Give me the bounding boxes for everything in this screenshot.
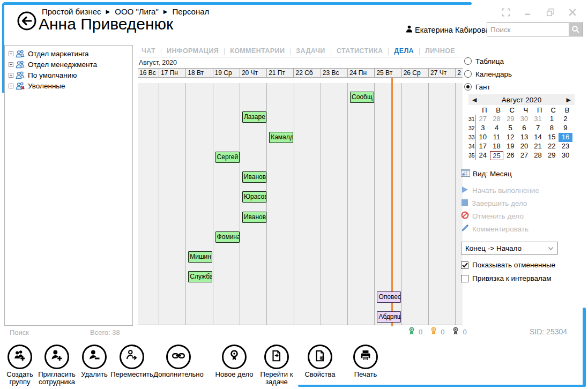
tab-статистика[interactable]: СТАТИСТИКА	[331, 47, 389, 55]
search-input[interactable]	[487, 23, 569, 36]
tree-expander-icon[interactable]	[9, 51, 13, 56]
calendar-next-icon[interactable]: ▶	[567, 96, 571, 103]
back-button[interactable]	[17, 11, 37, 31]
calendar-day[interactable]: 22	[545, 142, 559, 151]
gantt-column-header: 19 Ср	[213, 69, 240, 77]
search-button[interactable]	[569, 23, 583, 36]
view-mode-radio[interactable]: Таблица	[464, 55, 512, 68]
calendar-day[interactable]: 9	[559, 124, 572, 133]
calendar-day[interactable]: 3	[476, 124, 490, 133]
gantt-task[interactable]: Иванов	[242, 171, 266, 183]
gantt-grid-line	[347, 83, 348, 325]
fullscreen-button[interactable]	[500, 8, 512, 19]
calendar-day[interactable]: 11	[490, 133, 504, 142]
calendar-day[interactable]: 28	[531, 151, 545, 160]
calendar-day[interactable]: 19	[503, 142, 517, 151]
gantt-task[interactable]: Камалд	[269, 132, 293, 143]
task-action[interactable]: Завершить дело	[461, 197, 539, 210]
restore-button[interactable]	[544, 8, 557, 19]
sidebar-item[interactable]: По умолчанию	[5, 70, 132, 80]
print-button[interactable]: Печать	[336, 345, 395, 378]
sidebar-item[interactable]: Отдел менеджмента	[5, 59, 132, 70]
calendar-day[interactable]: 26	[503, 151, 517, 160]
current-user[interactable]: Екатерина Кабирова	[405, 25, 490, 35]
breadcrumb-item[interactable]: Персонал	[172, 7, 209, 16]
calendar-day[interactable]: 15	[545, 133, 559, 142]
view-mode-radio[interactable]: Гант	[464, 80, 512, 93]
tab-личное[interactable]: ЛИЧНОЕ	[420, 47, 460, 55]
tab-дела[interactable]: ДЕЛА	[389, 47, 419, 55]
tree-expander-icon[interactable]	[9, 84, 13, 88]
gantt-grid-line	[321, 83, 321, 325]
properties-icon	[313, 349, 327, 365]
calendar-day[interactable]: 29	[503, 115, 517, 124]
gantt-option-checkbox[interactable]: Привязка к интервалам	[461, 272, 555, 285]
calendar-day[interactable]: 2	[559, 115, 572, 124]
calendar-day[interactable]: 21	[531, 142, 545, 151]
sidebar-item-label: Отдел менеджмента	[28, 61, 97, 69]
calendar-day[interactable]: 16	[559, 133, 572, 142]
gantt-task[interactable]: Служба	[188, 271, 212, 282]
task-action[interactable]: Комментировать	[461, 222, 539, 235]
calendar-day[interactable]: 12	[503, 133, 517, 142]
tree-expander-icon[interactable]	[9, 62, 13, 67]
calendar-day[interactable]: 4	[490, 124, 504, 133]
tree-filter-input[interactable]: Поиск	[10, 328, 29, 336]
calendar-day[interactable]: 29	[545, 151, 559, 160]
gantt-task[interactable]: Сергей	[215, 152, 240, 163]
calendar-day[interactable]: 27	[476, 115, 490, 124]
calendar-day[interactable]: 30	[517, 115, 531, 124]
calendar-day[interactable]: 17	[476, 142, 490, 151]
calendar-day[interactable]: 20	[517, 142, 531, 151]
sidebar-item[interactable]: Отдел маркетинга	[5, 48, 132, 59]
tab-чат[interactable]: ЧАТ	[138, 47, 161, 55]
medal-icon	[429, 326, 438, 337]
view-mode-radio[interactable]: Календарь	[464, 68, 512, 80]
calendar-day[interactable]: 6	[517, 124, 531, 133]
calendar-day[interactable]: 31	[531, 115, 545, 124]
close-button[interactable]	[566, 8, 579, 19]
calendar-day[interactable]: 7	[531, 124, 545, 133]
gantt-task[interactable]: Оповес	[377, 291, 401, 303]
sidebar-item[interactable]: Уволенные	[5, 80, 132, 91]
calendar-day[interactable]: 14	[531, 133, 545, 142]
view-mode-row[interactable]: Вид: Месяц	[461, 169, 512, 178]
calendar-day[interactable]: 30	[559, 151, 572, 160]
calendar-day[interactable]: 24	[476, 151, 490, 160]
tab-информация[interactable]: ИНФОРМАЦИЯ	[161, 47, 224, 55]
radio-icon	[464, 57, 472, 65]
gantt-task[interactable]: Абдряш	[377, 311, 401, 323]
calendar-day[interactable]: 13	[517, 133, 531, 142]
search-box	[487, 23, 583, 36]
tab-комментарии[interactable]: КОММЕНТАРИИ	[225, 47, 290, 55]
calendar-day[interactable]: 27	[517, 151, 531, 160]
gantt-option-checkbox[interactable]: Показывать отмененные	[461, 258, 555, 272]
calendar-day[interactable]: 5	[503, 124, 517, 133]
calendar-prev-icon[interactable]: ◀	[472, 96, 477, 103]
restore-icon	[545, 7, 556, 20]
calendar-day[interactable]: 8	[545, 124, 559, 133]
tree-expander-icon[interactable]	[9, 73, 13, 78]
calendar-day[interactable]: 23	[559, 142, 572, 151]
calendar-day[interactable]: 1	[545, 115, 559, 124]
task-action[interactable]: Отменить дело	[461, 210, 539, 222]
task-action[interactable]: Начать выполнение	[461, 184, 539, 197]
window-frame-right	[583, 308, 586, 387]
gantt-task[interactable]: Лазаре	[242, 111, 266, 123]
link-icon	[171, 349, 186, 365]
link-direction-select[interactable]: Конец -> Начало	[461, 242, 558, 255]
tab-задачи[interactable]: ЗАДАЧИ	[291, 47, 330, 55]
gantt-task[interactable]: Иванов	[242, 212, 266, 223]
gantt-task[interactable]: Юрасов	[242, 191, 266, 203]
more-button[interactable]: Дополнительно	[149, 345, 208, 378]
calendar-day[interactable]: 25	[490, 151, 504, 160]
calendar-day[interactable]: 28	[490, 115, 504, 124]
gantt-task[interactable]: Сообщ	[350, 92, 374, 103]
task-action-label: Завершить дело	[472, 199, 527, 207]
minimize-button[interactable]	[522, 8, 534, 19]
calendar-day[interactable]: 10	[476, 133, 490, 142]
gantt-task[interactable]: Мишин	[188, 251, 212, 263]
calendar-day[interactable]: 18	[490, 142, 504, 151]
calendar-view-icon	[461, 169, 470, 178]
gantt-task[interactable]: Фомина	[215, 231, 240, 243]
